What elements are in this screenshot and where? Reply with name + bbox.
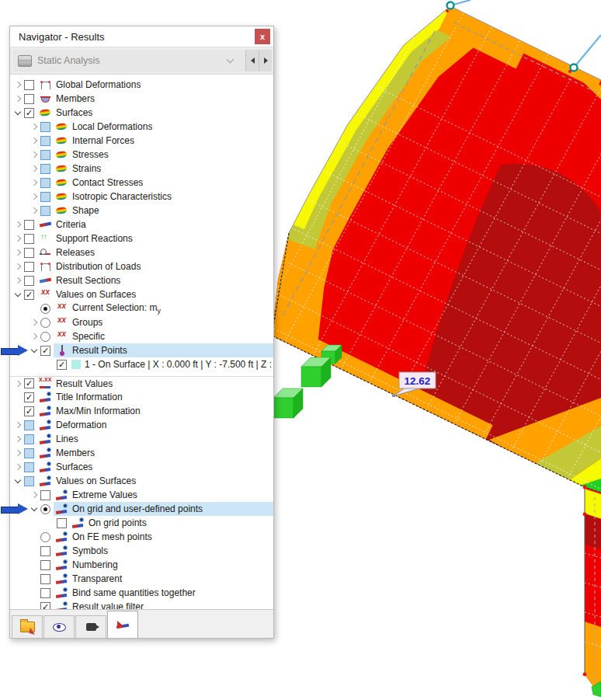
checkbox[interactable] [24, 448, 34, 458]
node-marker[interactable] [571, 64, 578, 71]
expand-chevron[interactable] [12, 461, 24, 472]
expand-chevron[interactable] [12, 420, 24, 430]
checkbox[interactable] [40, 546, 50, 556]
expand-chevron[interactable] [29, 177, 40, 188]
checkbox[interactable] [24, 108, 34, 118]
tree-item-values-on-surfaces[interactable]: Values on Surfaces [10, 474, 273, 488]
previous-button[interactable] [245, 50, 259, 71]
expand-chevron[interactable] [29, 317, 40, 328]
expand-chevron[interactable] [12, 233, 24, 244]
expand-chevron[interactable] [29, 205, 40, 216]
checkbox[interactable] [57, 360, 67, 370]
tree-item-result-points[interactable]: Result Points [10, 343, 273, 357]
tree-item-result-sections[interactable]: Result Sections [10, 273, 273, 287]
checkbox[interactable] [24, 248, 34, 258]
checkbox[interactable] [24, 420, 34, 430]
expand-chevron[interactable] [12, 261, 24, 272]
tree-item-isotropic-characteristics[interactable]: Isotropic Characteristics [10, 190, 273, 204]
tree-item-transparent[interactable]: Transparent [10, 572, 273, 586]
checkbox[interactable] [24, 80, 34, 90]
checkbox[interactable] [24, 220, 34, 230]
checkbox[interactable] [24, 378, 34, 388]
tree-item-1-on-surface-x-0-000-ft-y-7-500-ft-z[interactable]: 1 - On Surface | X : 0.000 ft | Y : -7.5… [10, 357, 273, 371]
checkbox[interactable] [40, 206, 50, 216]
panel-titlebar[interactable]: Navigator - Results x [10, 26, 273, 47]
checkbox[interactable] [40, 150, 50, 160]
radio-button[interactable] [40, 304, 50, 314]
expand-chevron[interactable] [29, 121, 40, 132]
collapse-chevron[interactable] [29, 345, 40, 356]
tree-item-on-fe-mesh-points[interactable]: On FE mesh points [10, 530, 273, 544]
collapse-chevron[interactable] [12, 289, 24, 300]
tree-item-stresses[interactable]: Stresses [10, 148, 273, 162]
collapse-chevron[interactable] [12, 475, 24, 486]
radio-button[interactable] [40, 332, 50, 342]
radio-button[interactable] [40, 318, 50, 328]
tab-results-navigator[interactable] [107, 611, 138, 638]
checkbox[interactable] [40, 588, 50, 598]
tree-item-strains[interactable]: Strains [10, 162, 273, 176]
tab-display-navigator[interactable] [43, 615, 75, 638]
tree-item-title-information[interactable]: Title Information [10, 390, 273, 404]
tree-item-distribution-of-loads[interactable]: Distribution of Loads [10, 259, 273, 273]
tab-data-navigator[interactable] [12, 615, 43, 638]
expand-chevron[interactable] [12, 219, 24, 230]
tree-item-surfaces[interactable]: Surfaces [10, 460, 273, 474]
close-button[interactable]: x [255, 29, 270, 44]
checkbox[interactable] [40, 560, 50, 570]
tree-item-deformation[interactable]: Deformation [10, 418, 273, 432]
tree-item-current-selection-m[interactable]: Current Selection: my [10, 301, 273, 315]
tree-item-result-values[interactable]: Result Values [10, 376, 273, 390]
tree-item-members[interactable]: Members [10, 92, 273, 106]
tree-item-max-min-information[interactable]: Max/Min Information [10, 404, 273, 418]
expand-chevron[interactable] [12, 247, 24, 258]
checkbox[interactable] [24, 392, 34, 402]
checkbox[interactable] [40, 346, 50, 356]
node-marker[interactable] [447, 2, 454, 9]
collapse-chevron[interactable] [12, 107, 24, 118]
checkbox[interactable] [24, 462, 34, 472]
checkbox[interactable] [24, 406, 34, 416]
checkbox[interactable] [40, 164, 50, 174]
analysis-type-dropdown[interactable]: Static Analysis [13, 50, 245, 71]
expand-chevron[interactable] [29, 331, 40, 342]
tree-item-surfaces[interactable]: Surfaces [10, 106, 273, 120]
tree-item-contact-stresses[interactable]: Contact Stresses [10, 176, 273, 190]
tree-item-on-grid-points[interactable]: On grid points [10, 516, 273, 530]
radio-button[interactable] [40, 532, 50, 542]
collapse-chevron[interactable] [29, 503, 40, 514]
tree-item-symbols[interactable]: Symbols [10, 544, 273, 558]
expand-chevron[interactable] [29, 149, 40, 160]
tree-item-shape[interactable]: Shape [10, 204, 273, 218]
checkbox[interactable] [24, 234, 34, 244]
checkbox[interactable] [24, 290, 34, 300]
expand-chevron[interactable] [29, 135, 40, 146]
checkbox[interactable] [57, 518, 67, 528]
checkbox[interactable] [24, 476, 34, 486]
tree-item-values-on-surfaces[interactable]: Values on Surfaces [10, 287, 273, 301]
tree-item-bind-same-quantities-together[interactable]: Bind same quantities together [10, 586, 273, 600]
checkbox[interactable] [40, 122, 50, 132]
tree-item-lines[interactable]: Lines [10, 432, 273, 446]
tree-item-extreme-values[interactable]: Extreme Values [10, 488, 273, 502]
checkbox[interactable] [24, 94, 34, 104]
checkbox[interactable] [40, 136, 50, 146]
expand-chevron[interactable] [12, 448, 24, 458]
checkbox[interactable] [40, 490, 50, 500]
checkbox[interactable] [24, 434, 34, 444]
checkbox[interactable] [24, 262, 34, 272]
expand-chevron[interactable] [12, 79, 24, 90]
checkbox[interactable] [40, 602, 50, 610]
checkbox[interactable] [40, 574, 50, 584]
expand-chevron[interactable] [12, 434, 24, 444]
checkbox[interactable] [24, 276, 34, 286]
tree-item-members[interactable]: Members [10, 446, 273, 460]
expand-chevron[interactable] [29, 163, 40, 174]
tree-item-local-deformations[interactable]: Local Deformations [10, 120, 273, 134]
expand-chevron[interactable] [29, 191, 40, 202]
tree-item-internal-forces[interactable]: Internal Forces [10, 134, 273, 148]
tree-item-groups[interactable]: Groups [10, 315, 273, 329]
tree-item-criteria[interactable]: Criteria [10, 218, 273, 232]
next-button[interactable] [259, 50, 272, 71]
radio-button[interactable] [40, 504, 50, 514]
